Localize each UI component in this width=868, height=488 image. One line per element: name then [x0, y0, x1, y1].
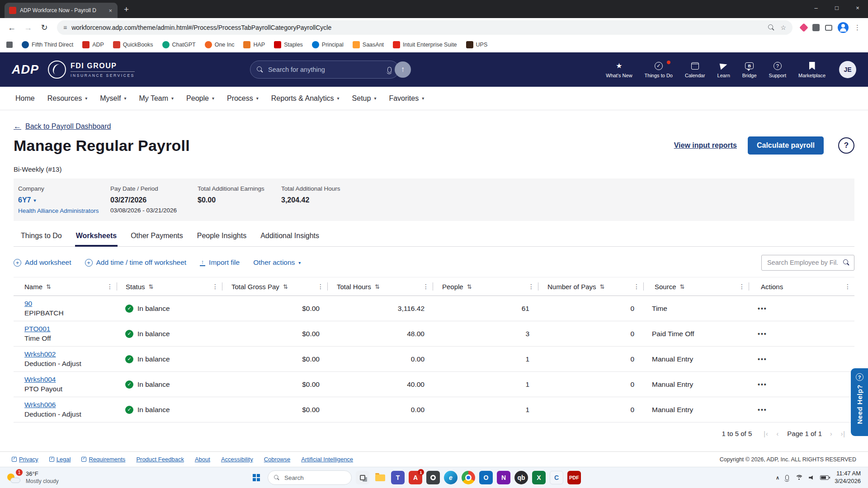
column-header-status[interactable]: Status⇅⋮ [117, 277, 222, 296]
nav-item-home[interactable]: Home [9, 87, 41, 110]
bookmark-one-inc[interactable]: One Inc [205, 41, 235, 48]
bookmark-star-icon[interactable]: ☆ [780, 24, 786, 31]
browser-profile-avatar[interactable] [838, 22, 849, 33]
pinned-extension-icon[interactable] [799, 23, 808, 32]
calendar-button[interactable]: Calendar [685, 61, 705, 78]
need-help-tab[interactable]: ? Need Help? [851, 368, 868, 436]
column-menu-icon[interactable]: ⋮ [528, 283, 538, 290]
learn-button[interactable]: Learn [717, 61, 730, 78]
weather-widget[interactable]: 1 36°F Mostly cloudy [0, 470, 65, 484]
footer-link-product-feedback[interactable]: Product Feedback [136, 456, 184, 463]
url-text[interactable]: workforcenow.adp.com/theme/admin.html#/P… [71, 24, 764, 31]
edge-icon[interactable]: e [444, 471, 458, 484]
tray-chevron-icon[interactable]: ∧ [776, 475, 779, 481]
nav-item-process[interactable]: Process▾ [221, 87, 265, 110]
column-header-actions[interactable]: Actions⋮ [749, 277, 854, 296]
sort-icon[interactable]: ⇅ [375, 283, 380, 290]
nav-item-people[interactable]: People▾ [180, 87, 221, 110]
wifi-icon[interactable] [795, 475, 803, 481]
adobe-acrobat-icon[interactable]: A1 [409, 471, 422, 484]
more-actions-icon[interactable]: ••• [758, 305, 767, 312]
column-header-gross-pay[interactable]: Total Gross Pay⇅⋮ [222, 277, 327, 296]
column-menu-icon[interactable]: ⋮ [633, 283, 643, 290]
zoom-icon[interactable] [768, 24, 775, 31]
first-page-icon[interactable]: |‹ [764, 430, 768, 437]
browser-forward-button[interactable]: → [21, 20, 35, 35]
more-actions-icon[interactable]: ••• [758, 406, 767, 413]
worksheet-link[interactable]: PTO001 [24, 325, 50, 333]
bookmark-hap[interactable]: HAP [243, 41, 265, 48]
voice-search-icon[interactable] [387, 67, 392, 73]
teams-icon[interactable]: T [391, 471, 405, 484]
sort-icon[interactable]: ⇅ [46, 283, 51, 290]
sort-icon[interactable]: ⇅ [467, 283, 472, 290]
sidebar-icon[interactable] [825, 25, 832, 31]
whats-new-button[interactable]: ★ What's New [606, 61, 632, 78]
tab-things-to-do[interactable]: Things to Do [20, 227, 63, 246]
bookmark-quickbooks[interactable]: QuickBooks [113, 41, 153, 48]
sort-icon[interactable]: ⇅ [600, 283, 605, 290]
global-search-field[interactable] [250, 61, 399, 79]
help-button[interactable]: ? [838, 137, 854, 154]
footer-link-cobrowse[interactable]: Cobrowse [264, 456, 291, 463]
sort-icon[interactable]: ⇅ [680, 283, 685, 290]
column-menu-icon[interactable]: ⋮ [107, 283, 117, 290]
view-input-reports-link[interactable]: View input reports [674, 141, 737, 150]
things-to-do-button[interactable]: ✓ Things to Do [645, 61, 673, 78]
column-menu-icon[interactable]: ⋮ [844, 283, 854, 290]
support-button[interactable]: ? Support [769, 61, 787, 78]
bookmark-chatgpt[interactable]: ChatGPT [162, 41, 196, 48]
footer-link-artificial-intelligence[interactable]: Artificial Intelligence [301, 456, 353, 463]
file-explorer-icon[interactable] [373, 471, 387, 484]
bookmark-fifth-third[interactable]: Fifth Third Direct [22, 41, 73, 48]
onenote-icon[interactable]: N [497, 471, 510, 484]
start-button[interactable] [253, 474, 260, 482]
browser-menu-icon[interactable]: ⋮ [854, 23, 861, 32]
column-header-name[interactable]: Name⇅⋮ [14, 277, 117, 296]
column-menu-icon[interactable]: ⋮ [212, 283, 222, 290]
window-minimize-button[interactable]: – [806, 0, 826, 15]
sort-icon[interactable]: ⇅ [149, 283, 154, 290]
browser-tab[interactable]: ADP Workforce Now - Payroll D × [5, 3, 118, 18]
footer-link-requirements[interactable]: Requirements [81, 456, 125, 463]
pdf-reader-icon[interactable]: PDF [567, 471, 581, 484]
adp-logo[interactable]: ADP [12, 63, 39, 77]
worksheet-link[interactable]: Wrksh004 [24, 375, 56, 384]
tab-other-payments[interactable]: Other Payments [130, 227, 184, 246]
search-submit-button[interactable]: ↑ [395, 61, 411, 78]
sort-icon[interactable]: ⇅ [283, 283, 288, 290]
calculate-payroll-button[interactable]: Calculate payroll [748, 136, 824, 155]
bookmark-principal[interactable]: Principal [312, 41, 344, 48]
footer-link-privacy[interactable]: Privacy [12, 456, 38, 463]
column-header-total-hours[interactable]: Total Hours⇅⋮ [328, 277, 433, 296]
nav-item-setup[interactable]: Setup▾ [346, 87, 383, 110]
bridge-button[interactable]: B Bridge [742, 61, 757, 78]
company-name-link[interactable]: Health Alliance Administrators [18, 207, 99, 214]
tab-additional-insights[interactable]: Additional Insights [259, 227, 320, 246]
next-page-icon[interactable]: › [830, 430, 833, 437]
footer-link-about[interactable]: About [195, 456, 210, 463]
clock[interactable]: 11:47 AM 3/24/2026 [835, 470, 861, 485]
other-actions-dropdown[interactable]: Other actions▾ [253, 258, 301, 267]
task-view-icon[interactable] [356, 471, 369, 484]
column-header-source[interactable]: Source⇅⋮ [644, 277, 749, 296]
bookmark-adp[interactable]: ADP [82, 41, 104, 48]
calculator-icon[interactable]: C [550, 471, 563, 484]
previous-page-icon[interactable]: ‹ [777, 430, 779, 437]
search-icon[interactable] [843, 259, 850, 266]
bookmark-saasant[interactable]: SaasAnt [353, 41, 384, 48]
window-maximize-button[interactable]: □ [826, 0, 847, 15]
taskbar-search[interactable] [268, 470, 352, 485]
new-tab-button[interactable]: + [124, 5, 129, 14]
more-actions-icon[interactable]: ••• [758, 330, 767, 338]
address-bar[interactable]: ≡ workforcenow.adp.com/theme/admin.html#… [57, 20, 793, 35]
tab-close-icon[interactable]: × [108, 7, 113, 14]
more-actions-icon[interactable]: ••• [758, 381, 767, 388]
add-time-worksheet-button[interactable]: +Add time / time off worksheet [85, 258, 187, 267]
worksheet-link[interactable]: Wrksh006 [24, 401, 56, 409]
quickbooks-icon[interactable]: qb [514, 471, 528, 484]
company-code-dropdown[interactable]: 6Y7▾ [18, 196, 36, 204]
outlook-icon[interactable]: O [479, 471, 493, 484]
global-search-input[interactable] [268, 66, 383, 73]
browser-reload-button[interactable]: ↻ [37, 20, 52, 35]
